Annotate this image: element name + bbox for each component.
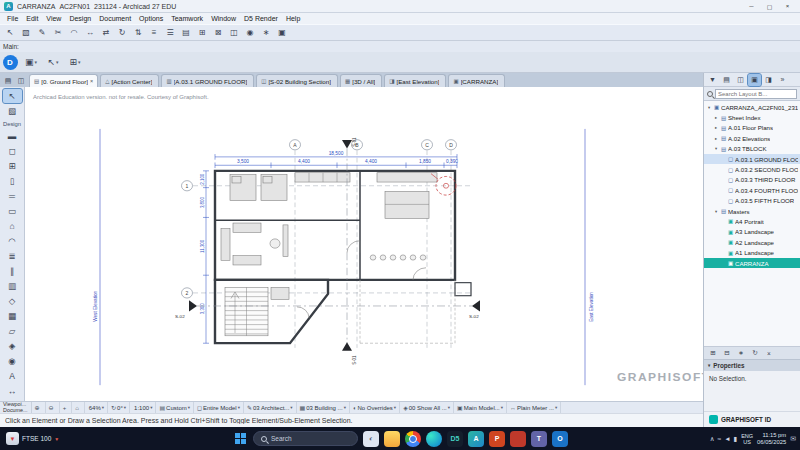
notification-icon[interactable]: ✉: [790, 435, 796, 443]
view-map-icon[interactable]: ◫: [734, 74, 747, 86]
menu-item[interactable]: Window: [207, 15, 240, 22]
tree-item[interactable]: ▸ ▤ A.01 Floor Plans: [704, 123, 800, 133]
menu-item[interactable]: Options: [135, 15, 167, 22]
tree-root[interactable]: ▾ ▣ CARRANZA_AC2FN01_2311...: [704, 102, 800, 112]
taskbar-app-d5-render[interactable]: D5: [447, 431, 463, 447]
clock[interactable]: 11:15 pm 06/05/2025: [757, 432, 786, 445]
tree-item[interactable]: ▸ ▤ Sheet Index: [704, 112, 800, 122]
pan-icon[interactable]: +: [60, 402, 73, 413]
tree-expand-icon[interactable]: ▾: [713, 209, 719, 214]
taskbar-app-chrome[interactable]: [405, 431, 421, 447]
maximize-button[interactable]: ▢: [761, 1, 778, 12]
model-view-options-select[interactable]: ▦ 03 Building ... ▾: [297, 402, 350, 413]
tab-close-icon[interactable]: ×: [90, 78, 93, 84]
view-tab[interactable]: ▥ [A.03.1 GROUND FLOOR]: [161, 74, 254, 87]
grid-snap-icon[interactable]: ⊞: [195, 26, 209, 39]
close-button[interactable]: ×: [779, 1, 796, 12]
structural-function-select[interactable]: ▣ Main Model... ▾: [454, 402, 507, 413]
new-layout-icon[interactable]: ⊞: [707, 348, 719, 359]
chevron-up-icon[interactable]: ∧: [710, 435, 715, 443]
lamp-tool[interactable]: ◉: [3, 354, 22, 368]
more-panels-icon[interactable]: »: [776, 74, 789, 86]
graphic-overrides-select[interactable]: ◐ No Overrides ▾: [350, 402, 400, 413]
pointer-options-icon[interactable]: ↖▾: [44, 54, 62, 70]
order-icon[interactable]: ▤: [179, 26, 193, 39]
taskbar-widget[interactable]: ▼ FTSE 100 ▼: [6, 432, 59, 445]
magic-wand-icon[interactable]: ∗: [259, 26, 273, 39]
view-tab[interactable]: ◫ [S-02 Building Section]: [256, 74, 338, 87]
renovation-filter-select[interactable]: ◈ 00 Show All ... ▾: [400, 402, 454, 413]
group-icon[interactable]: ▣: [275, 26, 289, 39]
volume-icon[interactable]: ◄: [724, 435, 730, 443]
navigator-toggle-icon[interactable]: ▤: [2, 76, 14, 87]
tree-item[interactable]: ▣ A3 Landscape: [704, 227, 800, 237]
tree-expand-icon[interactable]: ▸: [713, 115, 719, 120]
taskbar-app-edge[interactable]: [426, 431, 442, 447]
fit-in-window-icon[interactable]: ⌂: [72, 402, 85, 413]
favorites-icon[interactable]: ▣▾: [22, 54, 40, 70]
view-tab[interactable]: ▣ [CARRANZA]: [448, 74, 505, 87]
tree-item[interactable]: ▣ A4 Portrait: [704, 216, 800, 226]
dimension-tool[interactable]: ↔: [3, 384, 22, 398]
zone-tool[interactable]: ▱: [3, 324, 22, 338]
arrow-tool[interactable]: ↖: [3, 89, 22, 103]
zoom-level-select[interactable]: 64% ▾: [85, 402, 108, 413]
taskbar-app-archicad[interactable]: A: [468, 431, 484, 447]
wifi-icon[interactable]: ≈: [718, 435, 722, 443]
menu-item[interactable]: Help: [282, 15, 304, 22]
minimize-button[interactable]: ─: [743, 1, 760, 12]
edit-icon[interactable]: ✎: [35, 26, 49, 39]
text-tool[interactable]: A: [3, 369, 22, 383]
battery-icon[interactable]: ▮: [734, 435, 738, 443]
rotate-icon[interactable]: ↻: [115, 26, 129, 39]
menu-item[interactable]: View: [42, 15, 65, 22]
organizer-icon[interactable]: ◫: [15, 76, 27, 87]
tree-expand-icon[interactable]: ▾: [713, 146, 719, 151]
slab-tool[interactable]: ▭: [3, 204, 22, 218]
menu-item[interactable]: File: [3, 15, 22, 22]
layers-icon[interactable]: ☰: [163, 26, 177, 39]
mirror-icon[interactable]: ⇄: [99, 26, 113, 39]
object-tool[interactable]: ◈: [3, 339, 22, 353]
menu-item[interactable]: D5 Render: [240, 15, 282, 22]
taskbar-app-teams[interactable]: T: [531, 431, 547, 447]
stair-tool[interactable]: ≣: [3, 249, 22, 263]
taskbar-app-copilot[interactable]: ◐: [363, 431, 379, 447]
menu-item[interactable]: Edit: [22, 15, 42, 22]
dimensions-select[interactable]: ↔ Plain Meter ... ▾: [507, 402, 561, 413]
tree-expand-icon[interactable]: ▸: [713, 136, 719, 141]
update-icon[interactable]: ↻: [749, 348, 761, 359]
fillet-icon[interactable]: ◠: [67, 26, 81, 39]
snap-points-icon[interactable]: ◫: [227, 26, 241, 39]
tree-item[interactable]: ▢ A.03.1 GROUND FLOOR: [704, 154, 800, 164]
tree-item[interactable]: ▣ A2 Landscape: [704, 237, 800, 247]
drawing-canvas[interactable]: Archicad Education version. not for resa…: [25, 87, 703, 401]
tree-item[interactable]: ▢ A.03.5 FIFTH FLOOR: [704, 196, 800, 206]
window-tool[interactable]: ⊞: [3, 159, 22, 173]
tree-expand-icon[interactable]: ▸: [713, 125, 719, 130]
marquee-tool[interactable]: ▧: [3, 104, 22, 118]
orientation-select[interactable]: ↻ 0° ▾: [108, 402, 130, 413]
tree-item[interactable]: ▢ A.03.3 THIRD FLOOR: [704, 175, 800, 185]
tree-item[interactable]: ▣ CARRANZA: [704, 258, 800, 268]
curtain-wall-tool[interactable]: ▥: [3, 279, 22, 293]
multiply-icon[interactable]: ⇅: [131, 26, 145, 39]
shell-tool[interactable]: ◠: [3, 234, 22, 248]
pen-set-select[interactable]: ✎ 03 Architect... ▾: [244, 402, 297, 413]
project-map-icon[interactable]: ▤: [720, 74, 733, 86]
morph-tool[interactable]: ◇: [3, 294, 22, 308]
view-tab[interactable]: △ [Action Center]: [100, 74, 159, 87]
layout-settings-icon[interactable]: ∗: [735, 348, 747, 359]
roof-tool[interactable]: ⌂: [3, 219, 22, 233]
zoom-out-icon[interactable]: ⊖: [46, 402, 60, 413]
layout-search-input[interactable]: [715, 89, 797, 99]
taskbar-app-adobe[interactable]: [510, 431, 526, 447]
stretch-icon[interactable]: ↔: [83, 26, 97, 39]
view-tab[interactable]: ▦ [3D / All]: [340, 74, 382, 87]
taskbar-search[interactable]: Search: [253, 431, 358, 446]
taskbar-app-outlook[interactable]: O: [552, 431, 568, 447]
wall-tool[interactable]: ▬: [3, 129, 22, 143]
menu-item[interactable]: Design: [65, 15, 95, 22]
view-tab[interactable]: ◨ [East Elevation]: [384, 74, 446, 87]
bottom-panel-tabs[interactable]: Viewpoi... Docume...: [0, 402, 32, 413]
